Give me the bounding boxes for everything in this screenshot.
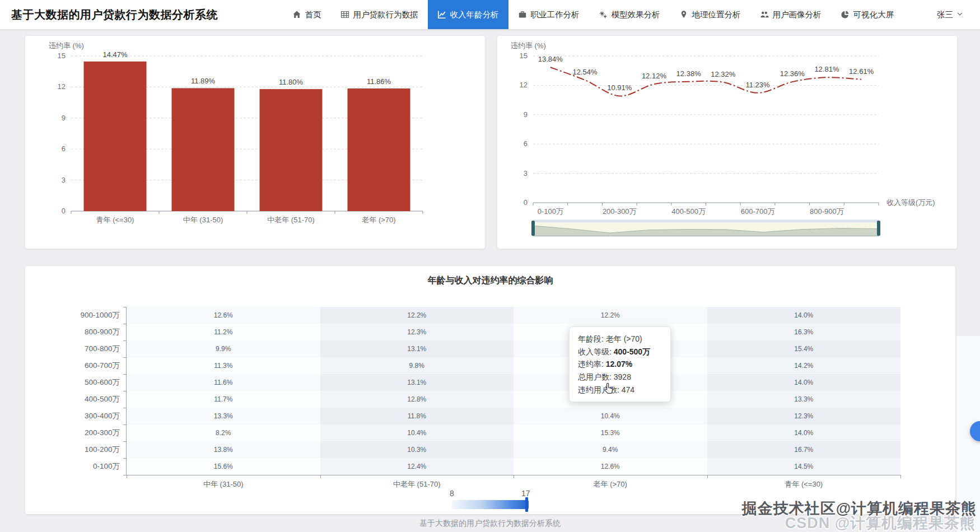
- heatmap-cell[interactable]: 12.2%: [320, 307, 514, 324]
- heatmap-cell[interactable]: 13.8%: [127, 441, 320, 458]
- user-menu[interactable]: 张三: [903, 0, 980, 29]
- heatmap-y-label: 500-600万: [26, 374, 120, 391]
- line-chart[interactable]: 违约率 (%)0369121513.84%12.54%10.91%12.12%1…: [497, 36, 957, 249]
- svg-text:12.38%: 12.38%: [676, 69, 702, 78]
- heatmap-cell[interactable]: 12.3%: [320, 324, 514, 340]
- heatmap-cell[interactable]: 11.7%: [127, 391, 320, 408]
- heatmap-y-label: 600-700万: [26, 357, 120, 374]
- line-chart-card: 违约率 (%)0369121513.84%12.54%10.91%12.12%1…: [497, 36, 957, 249]
- svg-text:违约率 (%): 违约率 (%): [511, 41, 546, 50]
- users-icon: [760, 10, 769, 19]
- svg-text:10.91%: 10.91%: [607, 83, 632, 92]
- svg-text:0-100万: 0-100万: [538, 207, 563, 216]
- svg-text:老年 (>70): 老年 (>70): [361, 216, 395, 224]
- nav-item-4[interactable]: 职业工作分析: [508, 0, 589, 29]
- svg-text:12: 12: [520, 81, 528, 89]
- svg-text:12.32%: 12.32%: [711, 70, 736, 78]
- heatmap-cell[interactable]: 16.7%: [707, 441, 901, 458]
- heatmap-cell[interactable]: 12.6%: [127, 307, 320, 324]
- heatmap-x-label: 青年 (<=30): [707, 479, 901, 489]
- svg-text:12.61%: 12.61%: [849, 67, 874, 76]
- pie-chart-icon: [841, 10, 850, 19]
- heatmap-cell[interactable]: 13.3%: [707, 391, 901, 408]
- heatmap-cell[interactable]: 13.1%: [320, 374, 514, 391]
- heatmap-cell[interactable]: 12.6%: [514, 458, 707, 475]
- heatmap-cell[interactable]: 11.8%: [320, 408, 514, 424]
- heatmap-cell[interactable]: 12.2%: [514, 307, 707, 324]
- nav-item-2[interactable]: 用户贷款行为数据: [331, 0, 428, 29]
- heatmap-cell[interactable]: 15.3%: [514, 424, 707, 441]
- heatmap-y-label: 300-400万: [26, 408, 120, 424]
- svg-text:11.23%: 11.23%: [745, 81, 770, 89]
- heatmap-cell[interactable]: 11.2%: [127, 324, 320, 340]
- heatmap-cell[interactable]: 10.3%: [320, 441, 514, 458]
- heatmap-cell[interactable]: 15.4%: [707, 340, 901, 357]
- hand-cursor-icon: [602, 382, 614, 398]
- svg-text:12.36%: 12.36%: [780, 69, 805, 78]
- heatmap-y-label: 200-300万: [26, 424, 120, 441]
- svg-text:青年 (<=30): 青年 (<=30): [96, 216, 134, 224]
- heatmap-cell[interactable]: 13.3%: [127, 408, 320, 424]
- svg-text:6: 6: [62, 144, 66, 153]
- svg-text:200-300万: 200-300万: [603, 207, 637, 216]
- heatmap-cell[interactable]: 14.0%: [707, 424, 901, 441]
- heatmap-y-label: 100-200万: [26, 441, 120, 458]
- svg-text:800-900万: 800-900万: [810, 207, 844, 216]
- svg-text:收入等级(万元): 收入等级(万元): [886, 198, 935, 207]
- nav-item-1[interactable]: 首页: [283, 0, 331, 29]
- heatmap-y-label: 800-900万: [26, 324, 120, 340]
- heatmap-cell[interactable]: 11.6%: [127, 374, 320, 391]
- heatmap-cell[interactable]: 10.4%: [320, 424, 514, 441]
- heatmap-cell[interactable]: 12.8%: [320, 391, 514, 408]
- heatmap-cell[interactable]: 14.0%: [707, 374, 901, 391]
- heatmap-y-label: 900-1000万: [26, 307, 120, 324]
- svg-text:9: 9: [524, 110, 528, 119]
- svg-text:0: 0: [62, 207, 66, 215]
- svg-text:600-700万: 600-700万: [741, 207, 775, 216]
- heatmap-cell[interactable]: 9.4%: [514, 441, 707, 458]
- heatmap-grid[interactable]: 12.6%12.2%12.2%14.0%900-1000万11.2%12.3%1…: [126, 307, 900, 475]
- svg-text:12: 12: [58, 82, 66, 91]
- heatmap-cell[interactable]: 14.2%: [707, 357, 901, 374]
- heatmap-card: 年龄与收入对违约率的综合影响 12.6%12.2%12.2%14.0%900-1…: [25, 266, 955, 514]
- bar-chart-card: 违约率 (%)0369121514.47%青年 (<=30)11.89%中年 (…: [25, 36, 485, 249]
- heatmap-tooltip: 年龄段: 老年 (>70)收入等级: 400-500万违约率: 12.07%总用…: [569, 326, 671, 402]
- heatmap-cell[interactable]: 9.9%: [127, 340, 320, 357]
- gears-icon: [599, 10, 608, 19]
- nav-item-7[interactable]: 用户画像分析: [750, 0, 831, 29]
- table-icon: [340, 10, 349, 19]
- svg-text:13.84%: 13.84%: [538, 55, 563, 63]
- visualmap-min-label: 8: [450, 489, 454, 498]
- heatmap-cell[interactable]: 10.4%: [514, 408, 707, 424]
- heatmap-cell[interactable]: 8.2%: [127, 424, 320, 441]
- svg-text:违约率 (%): 违约率 (%): [49, 41, 84, 50]
- heatmap-cell[interactable]: 13.1%: [320, 340, 514, 357]
- heatmap-cell[interactable]: 14.0%: [707, 307, 901, 324]
- svg-text:14.47%: 14.47%: [102, 50, 128, 59]
- visualmap-handle[interactable]: [525, 497, 528, 512]
- heatmap-x-label: 中年 (31-50): [127, 479, 320, 489]
- svg-text:12.12%: 12.12%: [642, 72, 667, 80]
- svg-text:12.54%: 12.54%: [573, 68, 598, 76]
- nav-item-6[interactable]: 地理位置分析: [670, 0, 750, 29]
- heatmap-cell[interactable]: 9.8%: [320, 357, 514, 374]
- svg-text:6: 6: [524, 139, 528, 148]
- nav-item-5[interactable]: 模型效果分析: [589, 0, 670, 29]
- heatmap-cell[interactable]: 12.3%: [707, 408, 901, 424]
- nav-item-8[interactable]: 可视化大屏: [831, 0, 904, 29]
- heatmap-cell[interactable]: 16.3%: [707, 324, 901, 340]
- heatmap-y-label: 400-500万: [26, 391, 120, 408]
- nav-item-3[interactable]: 收入年龄分析: [428, 0, 508, 29]
- svg-text:中年 (31-50): 中年 (31-50): [183, 216, 223, 224]
- chevron-down-icon: [956, 10, 963, 19]
- bar-chart[interactable]: 违约率 (%)0369121514.47%青年 (<=30)11.89%中年 (…: [25, 36, 485, 249]
- heatmap-y-label: 0-100万: [26, 458, 120, 475]
- heatmap-cell[interactable]: 11.3%: [127, 357, 320, 374]
- app-title: 基于大数据的用户贷款行为数据分析系统: [0, 0, 218, 29]
- heatmap-cell[interactable]: 15.6%: [127, 458, 320, 475]
- heatmap-cell[interactable]: 14.5%: [707, 458, 901, 475]
- visualmap-gradient-bar[interactable]: [452, 500, 529, 509]
- top-navbar: 基于大数据的用户贷款行为数据分析系统 首页用户贷款行为数据收入年龄分析职业工作分…: [0, 0, 980, 29]
- heatmap-cell[interactable]: 12.4%: [320, 458, 514, 475]
- svg-text:3: 3: [62, 176, 66, 184]
